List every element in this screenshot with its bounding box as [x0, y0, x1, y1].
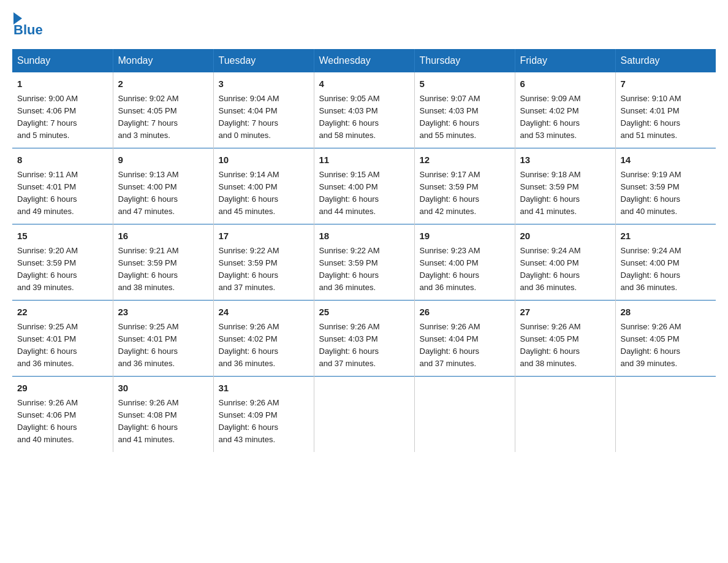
day-number: 1 — [17, 77, 108, 91]
day-number: 14 — [621, 153, 711, 167]
calendar-cell: 15Sunrise: 9:20 AMSunset: 3:59 PMDayligh… — [12, 224, 113, 301]
calendar-cell: 23Sunrise: 9:25 AMSunset: 4:01 PMDayligh… — [113, 301, 213, 377]
day-info: Sunrise: 9:21 AMSunset: 3:59 PMDaylight:… — [118, 245, 208, 294]
calendar-week-row: 8Sunrise: 9:11 AMSunset: 4:01 PMDaylight… — [12, 148, 716, 224]
day-number: 15 — [17, 229, 108, 243]
calendar-cell — [314, 377, 414, 453]
day-number: 22 — [17, 305, 108, 320]
calendar-cell: 2Sunrise: 9:02 AMSunset: 4:05 PMDaylight… — [113, 72, 213, 148]
calendar-cell: 10Sunrise: 9:14 AMSunset: 4:00 PMDayligh… — [213, 148, 314, 224]
calendar-cell: 6Sunrise: 9:09 AMSunset: 4:02 PMDaylight… — [515, 72, 615, 148]
day-number: 11 — [319, 153, 409, 167]
day-number: 26 — [420, 305, 510, 320]
logo-subtitle: Blue — [13, 22, 43, 38]
calendar-cell: 1Sunrise: 9:00 AMSunset: 4:06 PMDaylight… — [12, 72, 113, 148]
calendar-week-row: 22Sunrise: 9:25 AMSunset: 4:01 PMDayligh… — [12, 301, 716, 377]
calendar-cell: 24Sunrise: 9:26 AMSunset: 4:02 PMDayligh… — [213, 301, 314, 377]
day-number: 25 — [319, 305, 409, 320]
day-number: 18 — [319, 229, 409, 243]
calendar-cell: 14Sunrise: 9:19 AMSunset: 3:59 PMDayligh… — [615, 148, 716, 224]
calendar-cell: 28Sunrise: 9:26 AMSunset: 4:05 PMDayligh… — [615, 301, 716, 377]
day-info: Sunrise: 9:07 AMSunset: 4:03 PMDaylight:… — [420, 93, 510, 142]
day-info: Sunrise: 9:04 AMSunset: 4:04 PMDaylight:… — [219, 93, 309, 142]
calendar-cell: 11Sunrise: 9:15 AMSunset: 4:00 PMDayligh… — [314, 148, 414, 224]
day-info: Sunrise: 9:26 AMSunset: 4:08 PMDaylight:… — [118, 397, 208, 446]
calendar-cell: 30Sunrise: 9:26 AMSunset: 4:08 PMDayligh… — [113, 377, 213, 453]
col-header-sunday: Sunday — [12, 49, 113, 72]
calendar-cell: 19Sunrise: 9:23 AMSunset: 4:00 PMDayligh… — [414, 224, 515, 301]
calendar-week-row: 29Sunrise: 9:26 AMSunset: 4:06 PMDayligh… — [12, 377, 716, 453]
day-number: 16 — [118, 229, 208, 243]
day-number: 27 — [520, 305, 610, 320]
col-header-wednesday: Wednesday — [314, 49, 414, 72]
day-info: Sunrise: 9:05 AMSunset: 4:03 PMDaylight:… — [319, 93, 409, 142]
logo: Blue — [12, 12, 43, 38]
day-number: 20 — [520, 229, 610, 243]
day-number: 4 — [319, 77, 409, 91]
day-info: Sunrise: 9:17 AMSunset: 3:59 PMDaylight:… — [420, 169, 510, 218]
calendar-cell: 21Sunrise: 9:24 AMSunset: 4:00 PMDayligh… — [615, 224, 716, 301]
page-header: Blue — [12, 12, 716, 38]
calendar-cell: 20Sunrise: 9:24 AMSunset: 4:00 PMDayligh… — [515, 224, 615, 301]
day-info: Sunrise: 9:26 AMSunset: 4:04 PMDaylight:… — [420, 321, 510, 370]
day-number: 8 — [17, 153, 108, 167]
day-info: Sunrise: 9:11 AMSunset: 4:01 PMDaylight:… — [17, 169, 108, 218]
calendar-cell: 17Sunrise: 9:22 AMSunset: 3:59 PMDayligh… — [213, 224, 314, 301]
calendar-table: SundayMondayTuesdayWednesdayThursdayFrid… — [12, 49, 716, 452]
calendar-week-row: 1Sunrise: 9:00 AMSunset: 4:06 PMDaylight… — [12, 72, 716, 148]
calendar-cell: 13Sunrise: 9:18 AMSunset: 3:59 PMDayligh… — [515, 148, 615, 224]
calendar-cell: 29Sunrise: 9:26 AMSunset: 4:06 PMDayligh… — [12, 377, 113, 453]
day-info: Sunrise: 9:20 AMSunset: 3:59 PMDaylight:… — [17, 245, 108, 294]
day-info: Sunrise: 9:10 AMSunset: 4:01 PMDaylight:… — [621, 93, 711, 142]
calendar-cell: 27Sunrise: 9:26 AMSunset: 4:05 PMDayligh… — [515, 301, 615, 377]
day-info: Sunrise: 9:02 AMSunset: 4:05 PMDaylight:… — [118, 93, 208, 142]
calendar-cell: 4Sunrise: 9:05 AMSunset: 4:03 PMDaylight… — [314, 72, 414, 148]
day-number: 21 — [621, 229, 711, 243]
calendar-cell: 3Sunrise: 9:04 AMSunset: 4:04 PMDaylight… — [213, 72, 314, 148]
calendar-cell: 22Sunrise: 9:25 AMSunset: 4:01 PMDayligh… — [12, 301, 113, 377]
day-number: 13 — [520, 153, 610, 167]
calendar-cell: 31Sunrise: 9:26 AMSunset: 4:09 PMDayligh… — [213, 377, 314, 453]
calendar-cell: 7Sunrise: 9:10 AMSunset: 4:01 PMDaylight… — [615, 72, 716, 148]
calendar-cell: 16Sunrise: 9:21 AMSunset: 3:59 PMDayligh… — [113, 224, 213, 301]
calendar-cell — [515, 377, 615, 453]
day-number: 10 — [219, 153, 309, 167]
calendar-cell: 5Sunrise: 9:07 AMSunset: 4:03 PMDaylight… — [414, 72, 515, 148]
day-info: Sunrise: 9:24 AMSunset: 4:00 PMDaylight:… — [621, 245, 711, 294]
day-number: 12 — [420, 153, 510, 167]
calendar-cell: 25Sunrise: 9:26 AMSunset: 4:03 PMDayligh… — [314, 301, 414, 377]
day-info: Sunrise: 9:25 AMSunset: 4:01 PMDaylight:… — [17, 321, 108, 370]
day-number: 31 — [219, 381, 309, 396]
calendar-week-row: 15Sunrise: 9:20 AMSunset: 3:59 PMDayligh… — [12, 224, 716, 301]
day-info: Sunrise: 9:26 AMSunset: 4:06 PMDaylight:… — [17, 397, 108, 446]
calendar-cell: 26Sunrise: 9:26 AMSunset: 4:04 PMDayligh… — [414, 301, 515, 377]
day-number: 2 — [118, 77, 208, 91]
day-number: 5 — [420, 77, 510, 91]
day-number: 28 — [621, 305, 711, 320]
day-info: Sunrise: 9:26 AMSunset: 4:02 PMDaylight:… — [219, 321, 309, 370]
day-info: Sunrise: 9:26 AMSunset: 4:09 PMDaylight:… — [219, 397, 309, 446]
day-info: Sunrise: 9:13 AMSunset: 4:00 PMDaylight:… — [118, 169, 208, 218]
day-number: 30 — [118, 381, 208, 396]
day-info: Sunrise: 9:26 AMSunset: 4:03 PMDaylight:… — [319, 321, 409, 370]
calendar-cell: 9Sunrise: 9:13 AMSunset: 4:00 PMDaylight… — [113, 148, 213, 224]
calendar-cell: 12Sunrise: 9:17 AMSunset: 3:59 PMDayligh… — [414, 148, 515, 224]
day-info: Sunrise: 9:23 AMSunset: 4:00 PMDaylight:… — [420, 245, 510, 294]
day-info: Sunrise: 9:24 AMSunset: 4:00 PMDaylight:… — [520, 245, 610, 294]
calendar-cell: 18Sunrise: 9:22 AMSunset: 3:59 PMDayligh… — [314, 224, 414, 301]
day-info: Sunrise: 9:26 AMSunset: 4:05 PMDaylight:… — [520, 321, 610, 370]
col-header-friday: Friday — [515, 49, 615, 72]
calendar-cell — [615, 377, 716, 453]
day-info: Sunrise: 9:00 AMSunset: 4:06 PMDaylight:… — [17, 93, 108, 142]
col-header-tuesday: Tuesday — [213, 49, 314, 72]
day-info: Sunrise: 9:18 AMSunset: 3:59 PMDaylight:… — [520, 169, 610, 218]
day-number: 3 — [219, 77, 309, 91]
day-info: Sunrise: 9:09 AMSunset: 4:02 PMDaylight:… — [520, 93, 610, 142]
day-number: 23 — [118, 305, 208, 320]
day-number: 6 — [520, 77, 610, 91]
col-header-monday: Monday — [113, 49, 213, 72]
day-info: Sunrise: 9:26 AMSunset: 4:05 PMDaylight:… — [621, 321, 711, 370]
day-number: 7 — [621, 77, 711, 91]
day-info: Sunrise: 9:22 AMSunset: 3:59 PMDaylight:… — [319, 245, 409, 294]
calendar-cell — [414, 377, 515, 453]
